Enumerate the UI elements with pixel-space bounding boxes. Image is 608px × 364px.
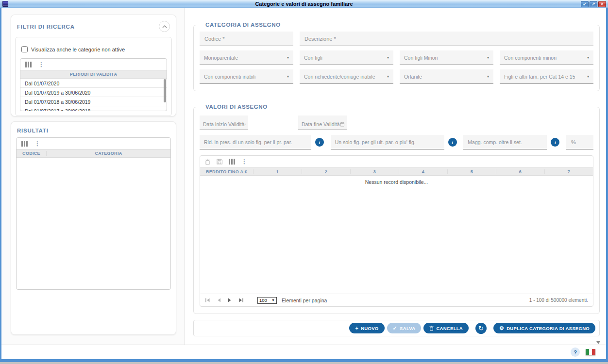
window-title: Categorie e valori di assegno familiare xyxy=(0,1,608,7)
dropdown-figli-altri-fam[interactable]: Figli e altri fam. per Cat 14 e 15 ▾ xyxy=(500,69,593,84)
values-table-body: Nessun record disponibile... xyxy=(200,176,593,294)
trash-icon[interactable] xyxy=(205,159,210,165)
duplicate-category-button[interactable]: ⚙ DUPLICA CATEGORIA DI ASSEGNO xyxy=(493,323,595,333)
app-window: Categorie e valori di assegno familiare … xyxy=(0,0,608,362)
value-column-header[interactable]: 2 xyxy=(302,169,351,174)
periods-rows: Dal 01/07/2020 Dal 01/07/2019 a 30/06/20… xyxy=(20,79,167,111)
chevron-down-icon: ▾ xyxy=(287,74,289,79)
check-icon: ✓ xyxy=(393,325,398,331)
empty-records-message: Nessun record disponibile... xyxy=(200,176,593,185)
values-fieldset: VALORI DI ASSEGNO Data inizio Validità xyxy=(193,104,600,314)
descrizione-input[interactable] xyxy=(300,32,593,46)
categoria-column-header[interactable]: CATEGORIA xyxy=(47,151,170,156)
close-window-button[interactable]: × xyxy=(598,1,606,7)
period-row[interactable]: Dal 01/07/2019 a 30/06/2020 xyxy=(20,88,167,97)
per-page-label: Elementi per pagina xyxy=(282,298,327,303)
delete-button[interactable]: CANCELLA xyxy=(423,323,469,333)
period-row[interactable]: Dal 01/07/2020 xyxy=(20,79,167,88)
info-icon[interactable]: i xyxy=(315,138,324,147)
info-icon[interactable]: i xyxy=(448,138,457,147)
gear-icon: ⚙ xyxy=(499,325,504,331)
help-button[interactable]: ? xyxy=(571,347,580,357)
main-panel: CATEGORIA DI ASSEGNO Monoparentale ▾ Con… xyxy=(185,8,606,359)
maximize-icon: ↗ xyxy=(591,2,595,6)
dropdown-con-figli[interactable]: Con figli ▾ xyxy=(300,50,393,65)
dropdown-con-figli-minori[interactable]: Con figli Minori ▾ xyxy=(400,50,493,65)
reddito-column-header[interactable]: REDDITO FINO A € xyxy=(200,169,253,174)
info-icon[interactable]: i xyxy=(551,138,559,147)
magg-field[interactable]: Magg. comp. oltre il set. xyxy=(463,135,547,149)
columns-icon[interactable] xyxy=(25,62,32,67)
prev-page-button[interactable] xyxy=(217,298,221,302)
results-title: RISULTATI xyxy=(17,128,49,133)
filters-card: FILTRI DI RICERCA Visualizza anche le ca… xyxy=(11,15,176,116)
first-page-button[interactable] xyxy=(205,298,210,302)
percent-input[interactable] xyxy=(566,135,593,149)
periods-scrollbar[interactable] xyxy=(164,79,166,102)
show-inactive-label: Visualizza anche le categorie non attive xyxy=(31,47,125,52)
chevron-down-icon: ▾ xyxy=(487,55,489,60)
dropdown-orfanile[interactable]: Orfanile ▾ xyxy=(400,69,493,84)
dropdown-monoparentale[interactable]: Monoparentale ▾ xyxy=(200,50,293,65)
value-column-header[interactable]: 4 xyxy=(399,169,448,174)
chevron-up-icon xyxy=(162,25,167,28)
category-legend: CATEGORIA DI ASSEGNO xyxy=(202,22,284,28)
refresh-button[interactable]: ↻ xyxy=(475,323,487,334)
collapse-filters-button[interactable] xyxy=(159,21,170,32)
values-table: ⋮ REDDITO FINO A € 1 2 3 4 5 6 7 Nessun … xyxy=(200,155,593,307)
question-icon: ? xyxy=(574,349,577,355)
columns-icon[interactable] xyxy=(21,141,28,147)
unsolo-field[interactable]: Un solo fig. per gli ult. par. o piu' fi… xyxy=(331,135,444,149)
save-button[interactable]: ✓ SALVA xyxy=(387,323,422,333)
results-header: CODICE CATEGORIA xyxy=(17,149,170,158)
window-controls: ↙ ↗ × xyxy=(581,1,606,7)
dropdown-con-richiedente-inabile[interactable]: Con richiedente/coniuge inabile ▾ xyxy=(300,69,393,84)
date-start-field[interactable]: Data inizio Validità xyxy=(200,116,248,130)
results-toolbar: ⋮ xyxy=(17,138,170,149)
rid-field[interactable]: Rid. in pres. di un solo fig. per il pr.… xyxy=(200,135,311,149)
resize-grip-icon xyxy=(596,341,600,344)
period-row[interactable]: Dal 01/07/2018 a 30/06/2019 xyxy=(20,97,167,106)
kebab-menu-icon[interactable]: ⋮ xyxy=(34,141,40,147)
pagination-bar: 100 ▼ Elementi per pagina 1 - 100 di 500… xyxy=(200,294,593,306)
value-column-header[interactable]: 5 xyxy=(448,169,496,174)
date-end-field[interactable]: Data fine Validità xyxy=(298,116,347,130)
sidebar: FILTRI DI RICERCA Visualizza anche le ca… xyxy=(1,8,185,359)
kebab-menu-icon[interactable]: ⋮ xyxy=(241,159,247,165)
dropdown-con-componenti-inabili[interactable]: Con componenti inabili ▾ xyxy=(200,69,293,84)
results-card: RISULTATI ⋮ CODICE CATEGORIA xyxy=(11,121,176,335)
chevron-down-icon: ▾ xyxy=(587,74,589,79)
value-column-header[interactable]: 6 xyxy=(496,169,545,174)
codice-column-header[interactable]: CODICE xyxy=(17,151,47,156)
periods-header: PERIODI DI VALIDITÀ xyxy=(20,70,167,79)
italian-flag-icon[interactable] xyxy=(586,349,595,355)
category-fieldset: CATEGORIA DI ASSEGNO Monoparentale ▾ Con… xyxy=(193,22,600,91)
filters-panel: Visualizza anche le categorie non attive… xyxy=(15,37,172,116)
columns-icon[interactable] xyxy=(229,159,235,165)
chevron-down-icon: ▾ xyxy=(287,55,289,60)
maximize-window-button[interactable]: ↗ xyxy=(590,1,597,7)
trash-icon xyxy=(429,326,434,331)
chevron-down-icon: ▾ xyxy=(387,74,389,79)
show-inactive-checkbox[interactable] xyxy=(21,46,28,52)
save-grid-icon[interactable] xyxy=(217,159,222,165)
value-column-header[interactable]: 3 xyxy=(351,169,399,174)
page-size-select[interactable]: 100 ▼ xyxy=(257,297,277,304)
new-button[interactable]: + NUOVO xyxy=(349,323,384,333)
chevron-down-icon: ▾ xyxy=(587,55,589,60)
values-legend: VALORI DI ASSEGNO xyxy=(202,104,271,110)
dropdown-con-componenti-minori[interactable]: Con componenti minori ▾ xyxy=(500,50,593,65)
values-toolbar: ⋮ xyxy=(200,156,593,167)
last-page-button[interactable] xyxy=(238,298,244,302)
period-row[interactable]: Dal 01/07/2017 a 30/06/2018 xyxy=(20,106,167,111)
value-column-header[interactable]: 7 xyxy=(545,169,593,174)
close-icon: × xyxy=(601,2,603,6)
codice-input[interactable] xyxy=(200,32,293,46)
filters-title: FILTRI DI RICERCA xyxy=(17,24,75,30)
value-column-header[interactable]: 1 xyxy=(253,169,302,174)
action-bar: + NUOVO ✓ SALVA CANCELLA ↻ xyxy=(193,320,600,336)
footer: ? xyxy=(1,345,606,359)
kebab-menu-icon[interactable]: ⋮ xyxy=(38,62,44,67)
next-page-button[interactable] xyxy=(228,298,232,302)
restore-window-button[interactable]: ↙ xyxy=(581,1,589,7)
